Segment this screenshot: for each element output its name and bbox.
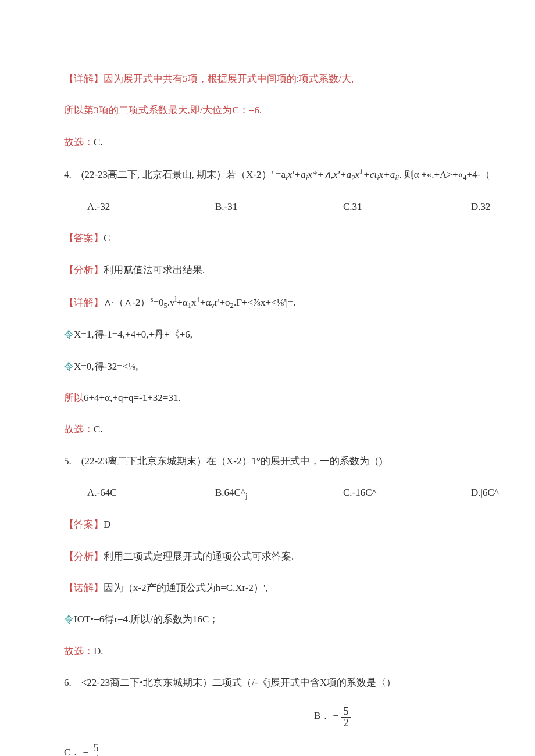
q4-opt-b: B.-31 [215,198,343,216]
frac-den: 2 [341,718,351,729]
answer-value: C [104,232,110,243]
choose-label: 故选： [64,646,94,657]
detail-text7: r'+o [215,297,230,308]
q4-answer: 【答案】C [64,229,535,248]
answer-value: D [104,519,110,530]
q4-opt-c: C.31 [343,198,471,216]
q5-options: A.-64C B.64C^j C.-16C^ D.|6C^ [64,483,535,503]
q4-stem-rest: x'+a [288,169,306,180]
q4-stem-rest5: x+a [379,169,395,180]
detail-text: 因为（x-2产的通顶公式为h=C,Xr-2）', [104,582,268,593]
q4-sub2: 令X=0,得-32=<⅛, [64,357,535,376]
q6-opt-c: C． − 5 4 [64,741,535,756]
fraction-icon: 5 2 [341,705,351,729]
detail-text2: =0 [153,297,163,308]
q6-optB-neg: − [333,710,339,721]
q4-stem-rest3: x [355,169,360,180]
answer-label: 【答案】 [64,519,104,530]
q4-opt-a: A.-32 [87,198,215,216]
detail-text3: .v [167,297,175,308]
choose-label: 故选： [64,424,94,435]
detail-text4: +α [177,297,188,308]
frac-num: 5 [91,743,101,754]
q5-analysis: 【分析】利用二项式定理展开式的通项公式可求答案. [64,547,535,566]
q3-detail: 【详解】因为展开式中共有5项，根据展开式中间项的:项式系数/大, [64,70,535,88]
q5-opt-b-sub: j [245,492,248,500]
q5-opt-b: B.64C^j [215,483,343,503]
choose-label: 故选： [64,137,94,148]
q3-choose: 故选：C. [64,133,535,152]
analysis-label: 【分析】 [64,264,104,275]
frac-num: 5 [341,706,351,718]
choose-value: C. [94,137,103,148]
q4-stem-rest4: +cι [363,169,377,180]
q4-stem-exp: ' =a [272,169,286,180]
q4-stem-rest2: x*+∧,x'+a [308,169,351,180]
q5-opt-a: A.-64C [87,483,215,503]
q4-opt-d: D.32 [471,198,535,216]
q4-options: A.-32 B.-31 C.31 D.32 [64,198,535,216]
fraction-icon: 5 4 [91,741,101,756]
sub-pre: 令 [64,614,74,625]
q6-optC-prefix: C． [64,747,80,756]
analysis-text: 利用赋值法可求出结果. [104,264,205,275]
q5-stem: 5. (22-23离二下北京东城期末）在（X-2）1°的展开式中，一的系数为（) [64,452,535,471]
so-text: 6+4+α,+q+q=-1+32=31. [84,392,181,403]
detail-text: 因为展开式中共有5项，根据展开式中间项的:项式系数/大, [104,73,354,84]
q5-sub: 令IOT•=6得r=4.所以/的系数为16C； [64,610,535,629]
detail-text8: .Γ+<⅞x+<⅛'|=. [234,297,296,308]
q4-so: 所以6+4+α,+q+q=-1+32=31. [64,389,535,407]
detail-text5: x [191,297,197,308]
detail-label: 【详解】 [64,73,104,84]
so-pre: 所以 [64,392,84,403]
q4-sub1: 令X=1,得-1=4,+4+0,+丹+《+6, [64,325,535,344]
q6-optC-neg: − [83,747,89,756]
detail-text: ∧·（∧-2） [104,297,150,308]
detail-label: 【详解】 [64,297,104,308]
choose-value: D. [94,646,104,657]
answer-label: 【答案】 [64,232,104,243]
q4-stem-tail2: +4-（ [466,169,490,180]
analysis-label: 【分析】 [64,551,104,562]
sub2-text: X=0,得-32=<⅛, [74,361,138,372]
q6-optB-prefix: B． [314,710,330,721]
q4-stem-tail: . 则α|+«.+A>+« [399,169,463,180]
q5-opt-b-text: B.64C^ [215,487,245,498]
analysis-text: 利用二项式定理展开式的通项公式可求答案. [104,551,294,562]
choose-value: C. [94,424,103,435]
q4-stem-prefix: 4. (22-23高二下, 北京石景山, 期末）若（X-2） [64,169,272,180]
q5-answer: 【答案】D [64,515,535,534]
q4-analysis: 【分析】利用赋值法可求出结果. [64,261,535,280]
sub-text: IOT•=6得r=4.所以/的系数为16C； [74,614,219,625]
q6-opt-b: B． − 5 2 [64,705,535,729]
q4-choose: 故选：C. [64,420,535,439]
q5-choose: 故选：D. [64,642,535,661]
q5-detail: 【诺解】因为（x-2产的通顶公式为h=C,Xr-2）', [64,579,535,597]
sub2-pre: 令 [64,361,74,372]
q6-stem: 6. <22-23裔二下•北京东城期末）二项式（/-《j展开式中含X项的系数是〈… [64,673,535,692]
sub1-text: X=1,得-1=4,+4+0,+丹+《+6, [74,329,192,340]
sub1-pre: 令 [64,329,74,340]
q4-stem: 4. (22-23高二下, 北京石景山, 期末）若（X-2）' =aix'+ai… [64,164,535,185]
q4-detail: 【详解】∧·（∧-2）s=05.vl+α1x4+αvr'+o2.Γ+<⅞x+<⅛… [64,292,535,313]
q3-line2: 所以第3项的二项式系数最大,即/大位为C：=6, [64,101,535,120]
detail-label: 【诺解】 [64,582,104,593]
detail-text6: +α [200,297,211,308]
q5-opt-c: C.-16C^ [343,483,471,503]
q5-opt-d: D.|6C^ [471,483,535,503]
